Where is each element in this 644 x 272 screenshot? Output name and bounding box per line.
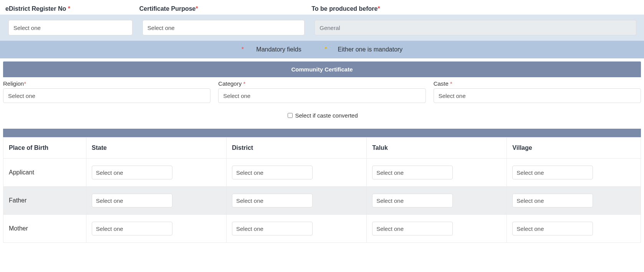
- community-cert-header: Community Certificate: [3, 61, 641, 77]
- row-label-father: Father: [3, 187, 86, 215]
- caste-converted-checkbox[interactable]: [288, 113, 293, 118]
- register-no-select[interactable]: Select one: [8, 20, 132, 35]
- table-row: Father Select one Select one Select one …: [3, 187, 641, 215]
- label-religion: Religion*: [3, 80, 210, 87]
- table-row: Applicant Select one Select one Select o…: [3, 159, 641, 187]
- required-icon: *: [196, 5, 198, 12]
- religion-select[interactable]: Select one: [3, 88, 210, 103]
- row-label-mother: Mother: [3, 215, 86, 243]
- caste-converted-label: Select if caste converted: [295, 112, 358, 119]
- father-district-select[interactable]: Select one: [232, 194, 313, 207]
- birth-hdr-district: District: [226, 138, 366, 159]
- row-label-applicant: Applicant: [3, 159, 86, 187]
- mother-state-select[interactable]: Select one: [92, 222, 172, 236]
- either-required-icon: *: [324, 46, 327, 53]
- label-caste: Caste *: [434, 80, 641, 87]
- required-icon: *: [68, 5, 70, 12]
- label-produced-before: To be produced before*: [309, 0, 641, 15]
- label-register-no: eDistrict Register No *: [3, 0, 137, 15]
- father-state-select[interactable]: Select one: [92, 194, 172, 207]
- birth-hdr-taluk: Taluk: [367, 138, 507, 159]
- applicant-taluk-select[interactable]: Select one: [372, 166, 453, 179]
- label-cert-purpose-text: Certificate Purpose: [139, 5, 196, 12]
- birth-section-header: [3, 129, 641, 137]
- applicant-district-select[interactable]: Select one: [232, 166, 313, 179]
- required-icon: *: [24, 80, 26, 87]
- birth-hdr-place: Place of Birth: [3, 138, 86, 159]
- label-cert-purpose: Certificate Purpose*: [137, 0, 309, 15]
- label-category: Category *: [218, 80, 425, 87]
- required-icon: *: [377, 5, 380, 12]
- mandatory-legend: * Mandatory fields *Either one is mandat…: [0, 41, 644, 58]
- birth-hdr-village: Village: [507, 138, 641, 159]
- caste-select[interactable]: Select one: [434, 88, 641, 103]
- required-icon: *: [450, 80, 452, 87]
- required-icon: *: [243, 80, 245, 87]
- category-select[interactable]: Select one: [218, 88, 425, 103]
- mother-taluk-select[interactable]: Select one: [372, 222, 453, 236]
- label-produced-before-text: To be produced before: [311, 5, 377, 12]
- applicant-state-select[interactable]: Select one: [92, 166, 172, 179]
- label-register-no-text: eDistrict Register No: [5, 5, 68, 12]
- mother-village-select[interactable]: Select one: [512, 222, 593, 236]
- father-taluk-select[interactable]: Select one: [372, 194, 453, 207]
- applicant-village-select[interactable]: Select one: [512, 166, 593, 179]
- required-icon: *: [242, 46, 244, 53]
- father-village-select[interactable]: Select one: [512, 194, 593, 207]
- mother-district-select[interactable]: Select one: [232, 222, 313, 236]
- cert-purpose-select[interactable]: Select one: [142, 20, 305, 35]
- table-row: Mother Select one Select one Select one …: [3, 215, 641, 243]
- birth-hdr-state: State: [86, 138, 226, 159]
- produced-before-field: [315, 20, 636, 35]
- birth-table: Place of Birth State District Taluk Vill…: [3, 137, 641, 243]
